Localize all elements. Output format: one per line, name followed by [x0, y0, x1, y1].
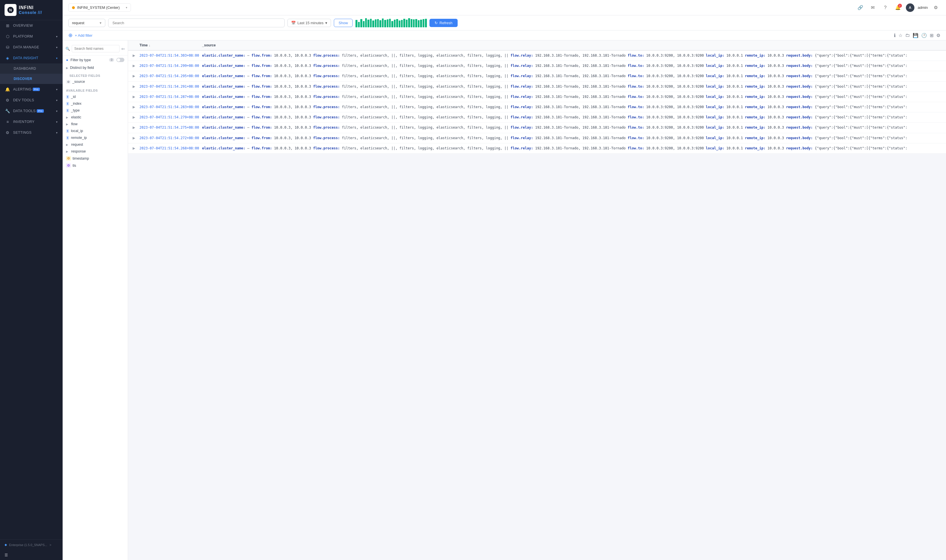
field-item-flow[interactable]: ▶ flow: [63, 121, 128, 128]
sidebar-item-discover[interactable]: DISCOVER: [0, 74, 63, 84]
user-label[interactable]: admin: [918, 5, 928, 10]
sidebar-item-label: ALERTING: [13, 87, 32, 91]
sidebar-footer[interactable]: ◆ Enterprise (1.5.0_SNAPS... >: [0, 539, 63, 550]
row-source: elastic.cluster_name: – flow.from: 10.0.…: [202, 74, 941, 79]
sidebar-item-label: DATA INSIGHT: [13, 56, 38, 60]
field-item-elastic[interactable]: ▶ elastic: [63, 114, 128, 121]
info-icon[interactable]: ℹ: [894, 33, 896, 38]
sidebar-item-label: OVERVIEW: [13, 24, 33, 28]
sidebar-item-dev-tools[interactable]: ⚙ DEV TOOLS ▾: [0, 95, 63, 106]
row-time: 2023-07-04T21:51:54.283+08:00: [140, 105, 202, 109]
logo-text: INFINI Console ///: [19, 5, 42, 15]
grid-icon[interactable]: ⊞: [930, 33, 934, 38]
row-expand-btn[interactable]: ▶: [132, 125, 140, 129]
filter-by-type-toggle[interactable]: [116, 58, 125, 62]
refresh-button[interactable]: ↻ Refresh: [429, 19, 458, 27]
logo-icon: N: [5, 4, 17, 16]
clock-icon[interactable]: 🕐: [921, 33, 927, 38]
field-item-index[interactable]: t _index: [63, 100, 128, 107]
row-time: 2023-07-04T21:51:54.268+08:00: [140, 146, 202, 150]
folder-icon[interactable]: 🗀: [905, 33, 910, 38]
notification-btn[interactable]: 🔔 2: [893, 3, 903, 12]
field-item-local-ip[interactable]: t local_ip: [63, 128, 128, 134]
toggle-arrow-icon[interactable]: ⇐: [121, 46, 125, 51]
row-expand-btn[interactable]: ▶: [132, 146, 140, 150]
field-item-timestamp[interactable]: ⊙ timestamp: [63, 155, 128, 162]
th-expand: [132, 43, 140, 47]
row-expand-btn[interactable]: ▶: [132, 105, 140, 109]
row-expand-btn[interactable]: ▶: [132, 74, 140, 78]
platform-icon: ⬡: [5, 34, 10, 39]
sidebar-item-data-insight[interactable]: ◈ DATA INSIGHT ▾: [0, 53, 63, 63]
row-expand-btn[interactable]: ▶: [132, 135, 140, 140]
distinct-by-field-item[interactable]: ▶ Distinct by field: [63, 64, 128, 71]
tls-type-icon: ⊙: [66, 163, 71, 168]
show-button[interactable]: Show: [334, 19, 353, 27]
table-row[interactable]: ▶2023-07-04T21:51:54.303+08:00elastic.cl…: [128, 51, 946, 61]
table-row[interactable]: ▶2023-07-04T21:51:54.283+08:00elastic.cl…: [128, 102, 946, 112]
overview-icon: ⊞: [5, 23, 10, 28]
field-item-remote-ip[interactable]: t remote_ip: [63, 134, 128, 141]
index-selector[interactable]: request ▾: [68, 19, 105, 27]
left-panel: 🔍 ⇐ ● Filter by type 0 ▶ Distinct by fie…: [63, 40, 128, 560]
notification-badge: 2: [898, 4, 902, 8]
table-row[interactable]: ▶2023-07-04T21:51:54.279+08:00elastic.cl…: [128, 112, 946, 123]
field-item-type[interactable]: t _type: [63, 107, 128, 114]
star-icon[interactable]: ☆: [898, 33, 903, 38]
field-item-tls[interactable]: ⊙ tls: [63, 162, 128, 169]
table-row[interactable]: ▶2023-07-04T21:51:54.275+08:00elastic.cl…: [128, 123, 946, 133]
add-filter-button[interactable]: + Add filter: [75, 33, 92, 38]
sidebar-item-data-manage[interactable]: ⛁ DATA MANAGE ▾: [0, 42, 63, 53]
field-search-input[interactable]: [72, 45, 120, 52]
field-item-id[interactable]: t _id: [63, 93, 128, 100]
sidebar-item-settings[interactable]: ⚙ SETTINGS ▾: [0, 127, 63, 138]
field-item-response[interactable]: ▶ response: [63, 148, 128, 155]
table-row[interactable]: ▶2023-07-04T21:51:54.291+08:00elastic.cl…: [128, 82, 946, 92]
topbar: INFINI_SYSTEM (Center) ▾ 🔗 ✉ ? 🔔 2 A adm…: [63, 0, 946, 15]
sidebar-item-data-tools[interactable]: 🔧 DATA TOOLS Pro ▾: [0, 106, 63, 116]
row-expand-btn[interactable]: ▶: [132, 53, 140, 57]
pro-badge: Pro: [33, 88, 40, 91]
cluster-selector[interactable]: INFINI_SYSTEM (Center) ▾: [68, 3, 131, 12]
field-name: request: [71, 143, 83, 146]
source-field-item[interactable]: ⊙ _source: [66, 78, 125, 85]
sidebar-item-label: DEV TOOLS: [13, 98, 34, 102]
logo-infini-text: INFINI: [19, 5, 42, 10]
field-type-badge: t: [66, 129, 69, 133]
sidebar-item-alerting[interactable]: 🔔 ALERTING Pro ▾: [0, 84, 63, 95]
link-icon-btn[interactable]: 🔗: [856, 3, 865, 12]
th-time[interactable]: Time ↓: [140, 43, 202, 47]
sidebar-menu-toggle[interactable]: ☰: [0, 550, 63, 560]
search-input[interactable]: [108, 18, 285, 27]
sidebar-item-dashboard[interactable]: DASHBOARD: [0, 63, 63, 74]
date-range-selector[interactable]: 📅 Last 15 minutes ▾: [288, 19, 331, 27]
table-row[interactable]: ▶2023-07-04T21:51:54.295+08:00elastic.cl…: [128, 71, 946, 82]
sidebar-item-platform[interactable]: ⬡ PLATFORM ▾: [0, 31, 63, 42]
row-expand-btn[interactable]: ▶: [132, 63, 140, 68]
avatar[interactable]: A: [906, 3, 914, 12]
field-search-row: 🔍 ⇐: [63, 44, 128, 55]
save-icon[interactable]: 💾: [913, 33, 918, 38]
table-row[interactable]: ▶2023-07-04T21:51:54.268+08:00elastic.cl…: [128, 143, 946, 154]
field-name: local_ip: [71, 129, 83, 133]
chevron-down-icon: ▾: [56, 35, 57, 38]
diamond-icon: ◆: [5, 543, 7, 547]
user-settings-icon[interactable]: ⚙: [931, 3, 940, 12]
row-expand-btn[interactable]: ▶: [132, 115, 140, 119]
index-value: request: [72, 21, 84, 25]
row-expand-btn[interactable]: ▶: [132, 84, 140, 89]
row-expand-btn[interactable]: ▶: [132, 94, 140, 99]
settings-icon[interactable]: ⚙: [936, 33, 940, 38]
sidebar-item-label: DATA TOOLS: [13, 109, 35, 113]
table-row[interactable]: ▶2023-07-04T21:51:54.299+08:00elastic.cl…: [128, 61, 946, 71]
sidebar: N INFINI Console /// ⊞ OVERVIEW ⬡ PLATFO…: [0, 0, 63, 560]
sidebar-item-overview[interactable]: ⊞ OVERVIEW: [0, 20, 63, 31]
sidebar-item-inventory[interactable]: ≡ INVENTORY ▾: [0, 116, 63, 127]
mail-icon-btn[interactable]: ✉: [868, 3, 877, 12]
field-item-request[interactable]: ▶ request: [63, 141, 128, 148]
table-row[interactable]: ▶2023-07-04T21:51:54.287+08:00elastic.cl…: [128, 92, 946, 102]
source-type-icon: ⊙: [66, 80, 71, 84]
help-icon-btn[interactable]: ?: [881, 3, 890, 12]
dev-tools-icon: ⚙: [5, 98, 10, 102]
table-row[interactable]: ▶2023-07-04T21:51:54.272+08:00elastic.cl…: [128, 133, 946, 143]
